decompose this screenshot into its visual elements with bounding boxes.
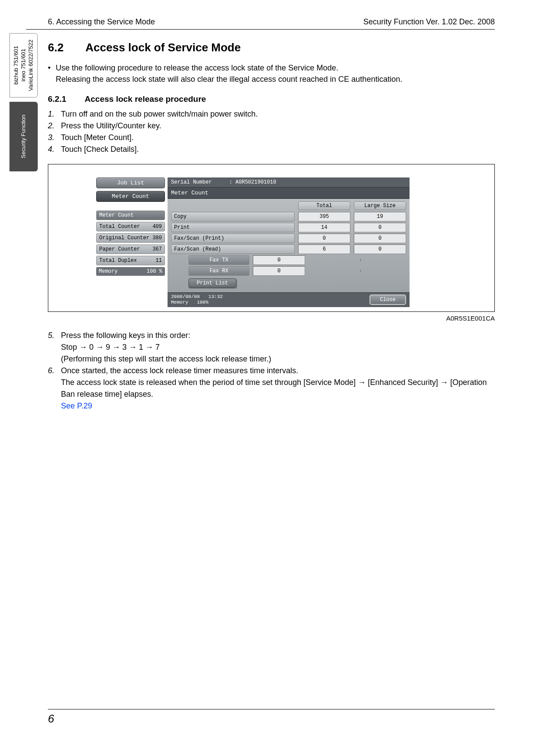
list-item: 3.Touch [Meter Count]. — [48, 132, 495, 144]
figure-id: A0R5S1E001CA — [48, 314, 495, 322]
table-row: Fax/Scan (Read) 6 0 — [171, 244, 406, 254]
col-head-large: Large Size — [354, 201, 406, 210]
table-row: Fax/Scan (Print) 0 0 — [171, 234, 406, 243]
footer-datetime: 2008/08/08 13:32 Memory 100% — [171, 294, 223, 305]
bullet-icon: • — [48, 62, 56, 74]
serial-number-row: Serial Number : A0R5021901010 — [168, 177, 410, 187]
list-item: 4.Touch [Check Details]. — [48, 144, 495, 155]
section-title: Access lock of Service Mode — [85, 41, 241, 54]
print-list-button[interactable]: Print List — [188, 278, 236, 288]
header-right: Security Function Ver. 1.02 Dec. 2008 — [363, 17, 495, 27]
side-meter-count[interactable]: Meter Count — [96, 211, 165, 220]
figure-frame: Job List Meter Count Meter Count Total C… — [48, 164, 495, 311]
list-item: 5. Press the following keys in this orde… — [48, 330, 495, 365]
table-row: Copy 395 19 — [171, 212, 406, 221]
tab-security-function: Security Function — [10, 102, 38, 171]
table-row: Print 14 0 — [171, 223, 406, 232]
see-page-link[interactable]: See P.29 — [61, 401, 92, 410]
tab-models: bizhub 751/601 ineo 751/601 VarioLink 60… — [10, 33, 38, 97]
list-item: 2.Press the Utility/Counter key. — [48, 120, 495, 132]
intro-line1: Use the following procedure to release t… — [56, 64, 338, 72]
memory-row: Memory100 % — [96, 267, 165, 276]
panel-title: Meter Count — [168, 187, 410, 199]
printer-ui: Job List Meter Count Meter Count Total C… — [96, 177, 410, 307]
list-item: 1.Turn off and on the sub power switch/m… — [48, 108, 495, 120]
close-button[interactable]: Close — [369, 294, 406, 305]
col-head-total: Total — [298, 201, 350, 210]
side-tabs: bizhub 751/601 ineo 751/601 VarioLink 60… — [10, 33, 38, 171]
subsection-heading: 6.2.1 Access lock release procedure — [48, 94, 495, 104]
section-number: 6.2 — [48, 41, 83, 54]
intro-bullet: •Use the following procedure to release … — [48, 62, 495, 85]
steps-list-a: 1.Turn off and on the sub power switch/m… — [48, 108, 495, 155]
side-total-counter[interactable]: Total Counter409 — [96, 222, 165, 231]
page-number: 6 — [48, 709, 495, 726]
steps-list-b: 5. Press the following keys in this orde… — [48, 330, 495, 412]
panel-body: Total Large Size Copy 395 19 Print 14 0 — [168, 199, 410, 292]
job-list-button[interactable]: Job List — [96, 177, 165, 188]
intro-line2: Releasing the access lock state will als… — [56, 74, 495, 85]
side-original-counter[interactable]: Original Counter380 — [96, 233, 165, 243]
subsection-number: 6.2.1 — [48, 94, 83, 104]
side-total-duplex[interactable]: Total Duplex11 — [96, 256, 165, 265]
meter-count-button[interactable]: Meter Count — [96, 191, 165, 202]
header-left: 6. Accessing the Service Mode — [48, 17, 155, 27]
list-item: 6. Once started, the access lock release… — [48, 365, 495, 412]
table-row: Fax RX 0 — [171, 266, 406, 276]
ui-footer-bar: 2008/08/08 13:32 Memory 100% Close — [168, 292, 410, 307]
subsection-title: Access lock release procedure — [85, 94, 206, 104]
side-paper-counter[interactable]: Paper Counter367 — [96, 244, 165, 254]
section-heading: 6.2 Access lock of Service Mode — [48, 41, 495, 54]
page-header: 6. Accessing the Service Mode Security F… — [26, 17, 495, 30]
table-row: Fax TX 0 — [171, 255, 406, 265]
